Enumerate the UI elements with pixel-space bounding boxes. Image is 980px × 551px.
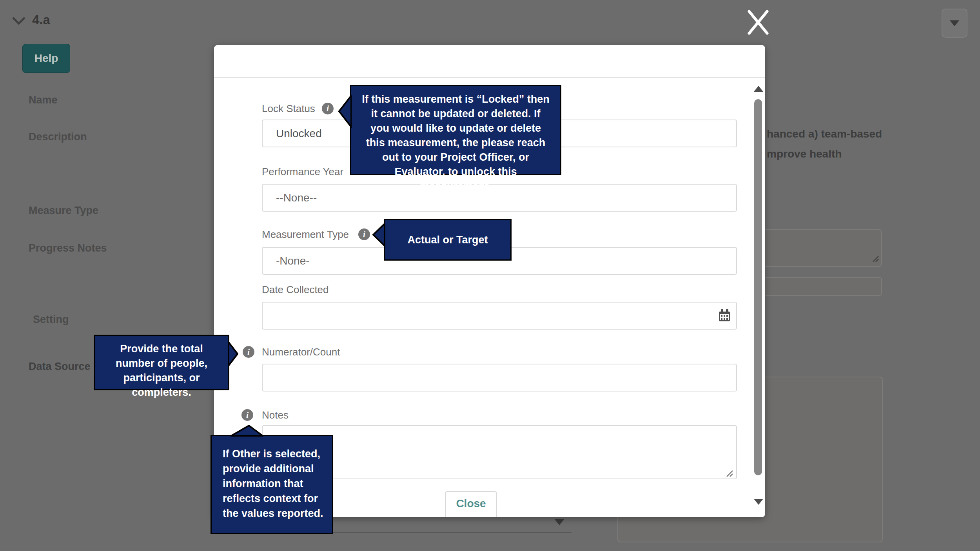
bg-label-setting: Setting: [33, 314, 69, 326]
caret-down-icon: [950, 20, 959, 26]
lock-status-label: Lock Status: [262, 103, 315, 115]
close-button-label: Close: [456, 497, 486, 509]
modal-close-footer-button[interactable]: Close: [445, 491, 497, 517]
performance-year-label: Performance Year: [262, 166, 343, 178]
tooltip-arrow-left-icon: [372, 223, 385, 263]
measurement-type-tooltip: Actual or Target: [384, 219, 512, 261]
numerator-count-tooltip-text: Provide the total number of people, part…: [116, 343, 207, 398]
bg-label-description: Description: [29, 131, 87, 143]
scroll-down-arrow-icon[interactable]: [754, 499, 763, 505]
scrollbar-thumb[interactable]: [754, 99, 762, 475]
measurement-type-tooltip-text: Actual or Target: [407, 234, 488, 246]
performance-year-input[interactable]: --None--: [262, 184, 737, 212]
lock-status-tooltip: If this measurement is “Locked” then it …: [350, 85, 561, 175]
notes-label: Notes: [262, 409, 289, 421]
bg-label-name: Name: [29, 94, 58, 106]
help-button: Help: [22, 44, 70, 73]
info-icon[interactable]: i: [241, 409, 253, 421]
numerator-count-tooltip: Provide the total number of people, part…: [94, 335, 229, 390]
bg-label-data-source: Data Source: [29, 361, 91, 373]
notes-tooltip: If Other is selected, provide additional…: [211, 435, 333, 534]
bg-obscured-text-1: hanced a) team-based: [767, 128, 882, 140]
section-chevron-icon: [12, 16, 26, 27]
notes-tooltip-text: If Other is selected, provide additional…: [223, 448, 323, 519]
bg-label-progress-notes: Progress Notes: [29, 242, 107, 254]
modal-header: [214, 45, 765, 78]
tooltip-arrow-left-icon: [338, 95, 352, 132]
bg-picklist-bottom: [333, 518, 572, 533]
info-icon[interactable]: i: [322, 103, 334, 114]
picklist-caret-icon: [554, 519, 564, 525]
help-button-label: Help: [34, 52, 58, 65]
scroll-up-arrow-icon[interactable]: [754, 86, 763, 92]
date-collected-input[interactable]: [262, 302, 737, 330]
numerator-count-input[interactable]: [262, 364, 737, 392]
resize-handle-icon: [871, 255, 879, 264]
date-collected-label: Date Collected: [262, 284, 329, 296]
calendar-icon: [718, 308, 731, 323]
close-icon: [746, 9, 770, 38]
tooltip-arrow-right-icon: [228, 341, 238, 370]
bg-obscured-text-2: mprove health: [767, 148, 842, 160]
info-icon[interactable]: i: [358, 228, 370, 240]
resize-handle-icon[interactable]: [725, 469, 734, 479]
bg-label-measure-type: Measure Type: [29, 205, 98, 217]
dropdown-arrow-button: [942, 9, 967, 38]
measurement-type-label: Measurement Type: [262, 228, 349, 241]
numerator-count-label: Numerator/Count: [262, 346, 340, 358]
date-picker-button[interactable]: [718, 308, 731, 323]
info-icon[interactable]: i: [243, 346, 254, 358]
section-heading: 4.a: [32, 13, 50, 27]
screen: 4.a Help Name Description Measure Type P…: [0, 0, 980, 551]
modal-close-button[interactable]: [746, 9, 770, 38]
tooltip-arrow-up-icon: [230, 425, 263, 440]
